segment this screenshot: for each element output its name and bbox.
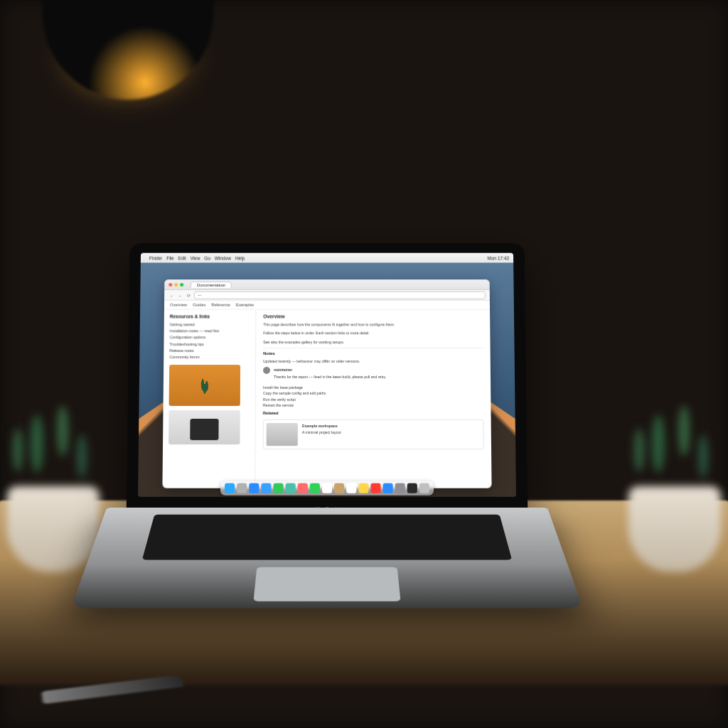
close-icon[interactable]: [168, 283, 172, 287]
dock-item-photos[interactable]: [298, 483, 308, 493]
sidebar-item[interactable]: Troubleshooting tips: [169, 341, 250, 348]
divider: [263, 348, 483, 348]
nav-reload-icon[interactable]: ⟳: [186, 292, 191, 298]
dock-item-maps[interactable]: [286, 483, 296, 493]
laptop: Finder File Edit View Go Window Help Mon…: [128, 242, 526, 671]
article-paragraph: See also the examples gallery for workin…: [263, 339, 483, 345]
avatar-icon: [263, 367, 270, 374]
sidebar-thumbnail-device[interactable]: [168, 410, 240, 444]
dock-item-terminal[interactable]: [407, 483, 417, 493]
list-item: Copy the sample config and edit paths: [263, 390, 483, 396]
section-heading-related: Related: [263, 411, 484, 415]
dock-item-trash[interactable]: [419, 483, 429, 493]
sidebar-item[interactable]: Installation notes — read first: [170, 328, 250, 335]
related-card[interactable]: Example workspace A minimal project layo…: [263, 419, 484, 449]
sidebar-item[interactable]: Getting started: [170, 321, 250, 328]
zoom-icon[interactable]: [180, 283, 183, 287]
page-sidebar: Resources & links Getting started Instal…: [162, 310, 256, 488]
menu-window[interactable]: Window: [215, 255, 231, 260]
plant-right: [607, 387, 728, 572]
note-line: Updated recently — behaviour may differ …: [263, 358, 483, 364]
comment-author: maintainer: [274, 367, 483, 373]
article-heading: Overview: [263, 314, 483, 319]
list-item: Run the verify script: [263, 396, 483, 402]
article-paragraph: This page describes how the components f…: [263, 321, 483, 327]
menu-finder[interactable]: Finder: [149, 255, 162, 260]
thumbnail-device-icon: [190, 419, 218, 440]
menu-edit[interactable]: Edit: [178, 255, 186, 260]
laptop-screen-bezel: Finder File Edit View Go Window Help Mon…: [127, 243, 528, 513]
dock-item-contacts[interactable]: [334, 483, 344, 493]
comment-block: maintainer Thanks for the report — fixed…: [263, 367, 483, 382]
page-content: Resources & links Getting started Instal…: [162, 310, 491, 488]
article-paragraph: Follow the steps below in order. Each se…: [263, 331, 483, 336]
minimize-icon[interactable]: [174, 283, 178, 287]
menu-view[interactable]: View: [191, 255, 200, 260]
dock-item-mail[interactable]: [261, 483, 271, 493]
dock-item-finder[interactable]: [225, 483, 235, 493]
sidebar-thumbnail-plant[interactable]: [169, 365, 240, 406]
sidebar-item[interactable]: Configuration options: [169, 335, 250, 341]
nav-back-icon[interactable]: ‹: [168, 292, 174, 298]
menu-help[interactable]: Help: [235, 255, 245, 260]
sidebar-heading: Resources & links: [170, 314, 250, 319]
laptop-brand-label: MacBook: [316, 507, 338, 509]
menu-file[interactable]: File: [166, 255, 173, 260]
browser-window[interactable]: Documentation ‹ › ⟳ — Overview Guides Re…: [162, 279, 491, 488]
dock-item-settings[interactable]: [395, 483, 405, 493]
browser-titlebar[interactable]: Documentation: [164, 279, 490, 290]
address-bar[interactable]: —: [194, 291, 486, 299]
sidebar-item[interactable]: Community forum: [169, 354, 250, 360]
dock-item-notes[interactable]: [358, 483, 368, 493]
dock-area: [138, 481, 516, 496]
comment-text: Thanks for the report — fixed in the lat…: [274, 374, 483, 380]
dock-item-music[interactable]: [370, 483, 380, 493]
card-title: Example workspace: [302, 423, 341, 429]
menubar-clock[interactable]: Mon 17:42: [488, 255, 510, 260]
sidebar-item[interactable]: Release notes: [169, 348, 250, 354]
page-toolbar: Overview Guides Reference Examples: [164, 301, 490, 310]
card-subtitle: A minimal project layout: [302, 429, 341, 435]
dock-item-reminders[interactable]: [346, 483, 356, 493]
browser-toolbar: ‹ › ⟳ —: [164, 290, 490, 301]
macos-menubar[interactable]: Finder File Edit View Go Window Help Mon…: [141, 253, 513, 263]
dock-item-safari[interactable]: [249, 483, 259, 493]
bullet-list: Install the base package Copy the sample…: [263, 385, 484, 408]
dock-item-calendar[interactable]: [322, 483, 332, 493]
toolbar-link-guides[interactable]: Guides: [193, 303, 205, 307]
section-heading-notes: Notes: [263, 351, 483, 355]
card-thumbnail: [267, 423, 298, 446]
thumbnail-plant-icon: [195, 373, 215, 402]
nav-forward-icon[interactable]: ›: [177, 292, 183, 298]
laptop-keyboard-deck: MacBook: [71, 508, 583, 609]
list-item: Restart the service: [263, 402, 484, 408]
browser-tab[interactable]: Documentation: [191, 282, 232, 288]
keyboard[interactable]: [142, 515, 512, 560]
toolbar-link-examples[interactable]: Examples: [236, 303, 254, 307]
dock-item-appstore[interactable]: [383, 483, 393, 493]
toolbar-link-reference[interactable]: Reference: [211, 303, 230, 307]
dock-item-launchpad[interactable]: [237, 483, 247, 493]
dock-item-messages[interactable]: [273, 483, 283, 493]
menu-go[interactable]: Go: [204, 255, 210, 260]
trackpad[interactable]: [253, 567, 400, 601]
window-controls[interactable]: [168, 283, 183, 287]
list-item: Install the base package: [263, 385, 483, 390]
toolbar-link-overview[interactable]: Overview: [170, 303, 187, 307]
dock-item-facetime[interactable]: [310, 483, 320, 493]
dock[interactable]: [220, 481, 434, 496]
article-body: Overview This page describes how the com…: [255, 310, 491, 488]
laptop-screen: Finder File Edit View Go Window Help Mon…: [138, 253, 516, 497]
desktop-wallpaper[interactable]: Documentation ‹ › ⟳ — Overview Guides Re…: [138, 263, 516, 497]
